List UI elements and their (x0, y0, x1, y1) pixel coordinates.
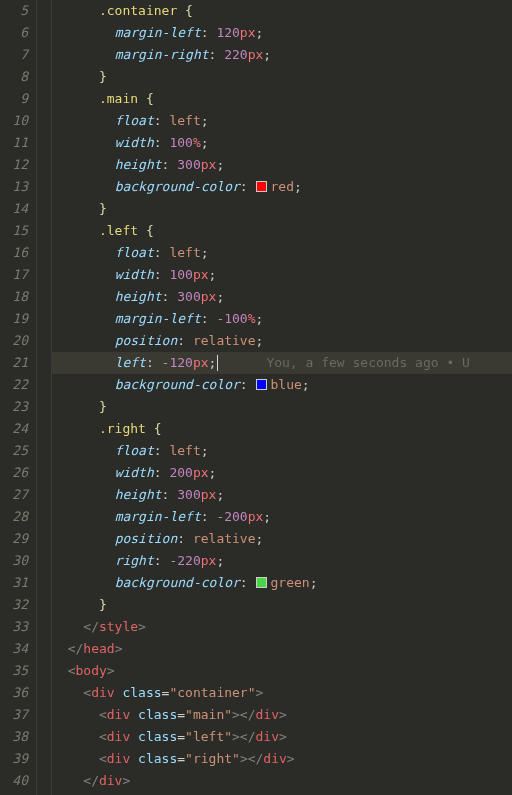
code-line[interactable]: position: relative; (52, 528, 512, 550)
line-number: 25 (0, 440, 28, 462)
code-line[interactable]: width: 200px; (52, 462, 512, 484)
code-editor[interactable]: 5678910111213141516171819202122232425262… (0, 0, 512, 795)
line-number: 27 (0, 484, 28, 506)
line-number: 26 (0, 462, 28, 484)
code-line[interactable]: margin-left: -100%; (52, 308, 512, 330)
indent-guide-gap (37, 0, 51, 795)
line-number: 33 (0, 616, 28, 638)
code-line[interactable]: margin-right: 220px; (52, 44, 512, 66)
line-number: 34 (0, 638, 28, 660)
line-number: 23 (0, 396, 28, 418)
line-number: 35 (0, 660, 28, 682)
color-swatch-icon (256, 379, 267, 390)
line-number: 9 (0, 88, 28, 110)
code-line[interactable]: } (52, 198, 512, 220)
line-number: 11 (0, 132, 28, 154)
text-cursor (217, 355, 218, 371)
line-number: 13 (0, 176, 28, 198)
line-number: 24 (0, 418, 28, 440)
line-number: 39 (0, 748, 28, 770)
line-number: 19 (0, 308, 28, 330)
code-line[interactable]: .main { (52, 88, 512, 110)
line-number: 12 (0, 154, 28, 176)
line-number: 18 (0, 286, 28, 308)
color-swatch-icon (256, 577, 267, 588)
line-number: 17 (0, 264, 28, 286)
code-line[interactable]: background-color: green; (52, 572, 512, 594)
line-number: 8 (0, 66, 28, 88)
line-number: 37 (0, 704, 28, 726)
code-line[interactable]: .left { (52, 220, 512, 242)
line-number: 22 (0, 374, 28, 396)
code-line[interactable]: } (52, 594, 512, 616)
line-number: 28 (0, 506, 28, 528)
line-number: 40 (0, 770, 28, 792)
line-number: 16 (0, 242, 28, 264)
code-line[interactable]: margin-left: -200px; (52, 506, 512, 528)
code-line[interactable]: <div class="right"></div> (52, 748, 512, 770)
code-area[interactable]: .container { margin-left: 120px; margin-… (52, 0, 512, 795)
line-number: 10 (0, 110, 28, 132)
code-line[interactable]: background-color: red; (52, 176, 512, 198)
code-line[interactable]: </head> (52, 638, 512, 660)
line-number: 7 (0, 44, 28, 66)
code-line[interactable]: .right { (52, 418, 512, 440)
code-line[interactable]: width: 100%; (52, 132, 512, 154)
code-line[interactable]: width: 100px; (52, 264, 512, 286)
code-line[interactable]: height: 300px; (52, 154, 512, 176)
code-line[interactable]: <div class="container"> (52, 682, 512, 704)
code-line[interactable]: } (52, 66, 512, 88)
code-line[interactable]: } (52, 396, 512, 418)
code-line[interactable]: <div class="left"></div> (52, 726, 512, 748)
line-number: 15 (0, 220, 28, 242)
line-number: 30 (0, 550, 28, 572)
code-line[interactable]: </div> (52, 770, 512, 792)
code-line[interactable]: float: left; (52, 110, 512, 132)
line-number-gutter: 5678910111213141516171819202122232425262… (0, 0, 36, 795)
color-swatch-icon (256, 181, 267, 192)
line-number: 6 (0, 22, 28, 44)
line-number: 5 (0, 0, 28, 22)
code-line[interactable]: left: -120px;You, a few seconds ago • U (52, 352, 512, 374)
code-line[interactable]: height: 300px; (52, 286, 512, 308)
code-line[interactable]: height: 300px; (52, 484, 512, 506)
code-line[interactable]: </style> (52, 616, 512, 638)
code-line[interactable]: float: left; (52, 440, 512, 462)
code-line[interactable]: right: -220px; (52, 550, 512, 572)
line-number: 36 (0, 682, 28, 704)
line-number: 14 (0, 198, 28, 220)
line-number: 21 (0, 352, 28, 374)
code-line[interactable]: float: left; (52, 242, 512, 264)
line-number: 31 (0, 572, 28, 594)
line-number: 29 (0, 528, 28, 550)
git-blame-annotation: You, a few seconds ago • U (266, 355, 470, 370)
line-number: 20 (0, 330, 28, 352)
code-line[interactable]: margin-left: 120px; (52, 22, 512, 44)
line-number: 32 (0, 594, 28, 616)
code-line[interactable]: <div class="main"></div> (52, 704, 512, 726)
code-line[interactable]: position: relative; (52, 330, 512, 352)
line-number: 38 (0, 726, 28, 748)
code-line[interactable]: <body> (52, 660, 512, 682)
code-line[interactable]: .container { (52, 0, 512, 22)
code-line[interactable]: background-color: blue; (52, 374, 512, 396)
